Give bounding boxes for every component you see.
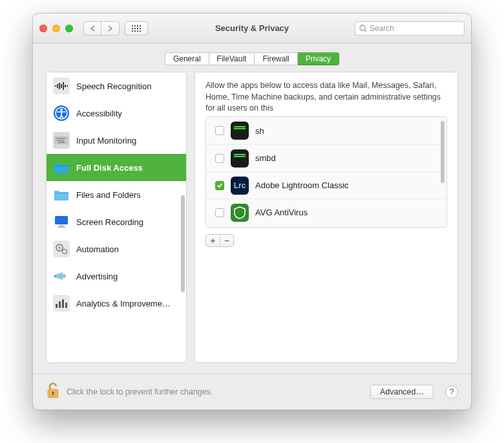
sidebar-item-automation[interactable]: Automation [47, 235, 186, 263]
svg-rect-17 [64, 138, 65, 139]
svg-rect-26 [59, 225, 63, 226]
keyboard-icon [53, 132, 70, 149]
svg-rect-13 [56, 138, 58, 139]
tabs: General FileVault Firewall Privacy [165, 52, 339, 65]
svg-rect-22 [58, 142, 65, 143]
app-name: AVG AntiVirus [255, 208, 308, 217]
svg-rect-21 [63, 140, 64, 141]
show-all-button[interactable] [125, 21, 148, 36]
app-row-avg[interactable]: AVG AntiVirus [206, 199, 446, 226]
sidebar-item-label: Accessibility [76, 109, 122, 118]
svg-rect-34 [59, 301, 61, 308]
app-row-sh[interactable]: sh [206, 117, 446, 144]
sidebar-item-input-monitoring[interactable]: Input Monitoring [47, 127, 186, 154]
accessibility-icon [53, 105, 70, 122]
svg-rect-18 [57, 140, 58, 141]
preferences-window: Security & Privacy Search General FileVa… [32, 13, 472, 410]
sidebar-scroll[interactable]: Speech Recognition Accessibility Input M… [47, 72, 186, 362]
app-name: smbd [255, 153, 276, 163]
svg-rect-19 [59, 140, 60, 141]
terminal-icon [231, 149, 249, 167]
lock-icon[interactable] [46, 382, 60, 401]
checkbox[interactable] [215, 181, 224, 190]
sidebar-item-label: Advertising [76, 272, 118, 281]
svg-line-1 [364, 30, 366, 32]
folder-light-icon [53, 186, 70, 203]
folder-icon [53, 159, 70, 176]
sidebar-item-label: Speech Recognition [76, 81, 151, 91]
svg-rect-33 [56, 304, 58, 308]
svg-point-30 [63, 250, 67, 254]
add-button[interactable]: + [206, 235, 220, 246]
body: Speech Recognition Accessibility Input M… [33, 72, 471, 373]
remove-button[interactable]: − [220, 235, 234, 246]
app-name: sh [255, 126, 264, 136]
app-row-smbd[interactable]: smbd [206, 144, 446, 171]
sidebar: Speech Recognition Accessibility Input M… [46, 72, 187, 363]
monitor-icon [53, 213, 70, 230]
sidebar-item-label: Input Monitoring [76, 136, 136, 146]
sidebar-item-screen-recording[interactable]: Screen Recording [47, 208, 186, 235]
sidebar-item-analytics[interactable]: Analytics & Improveme… [47, 290, 186, 317]
svg-rect-25 [55, 216, 68, 224]
svg-rect-15 [60, 138, 61, 139]
sidebar-item-label: Analytics & Improveme… [76, 299, 171, 308]
checkbox[interactable] [215, 154, 224, 163]
add-remove-row: + − [205, 234, 447, 247]
back-button[interactable] [83, 21, 101, 36]
svg-point-32 [62, 274, 66, 278]
tab-firewall[interactable]: Firewall [255, 52, 297, 65]
sidebar-item-full-disk-access[interactable]: Full Disk Access [47, 154, 186, 181]
sidebar-item-advertising[interactable]: Advertising [47, 263, 186, 290]
search-field[interactable]: Search [355, 21, 465, 36]
megaphone-icon [53, 268, 70, 285]
gears-icon [53, 241, 70, 257]
sidebar-item-files-and-folders[interactable]: Files and Folders [47, 181, 186, 208]
footer: Click the lock to prevent further change… [33, 373, 471, 409]
app-list[interactable]: sh smbd Lrc Adobe Lightroom Classic [205, 116, 447, 228]
tab-filevault[interactable]: FileVault [209, 52, 255, 65]
svg-rect-6 [63, 82, 64, 90]
svg-rect-40 [52, 393, 54, 395]
barchart-icon [53, 295, 70, 312]
minimize-button[interactable] [52, 25, 60, 32]
svg-rect-36 [65, 303, 67, 308]
lock-text: Click the lock to prevent further change… [67, 387, 213, 396]
zoom-button[interactable] [65, 25, 73, 32]
description-text: Allow the apps below to access data like… [205, 80, 447, 113]
sidebar-item-label: Files and Folders [76, 190, 141, 200]
tab-privacy[interactable]: Privacy [298, 52, 339, 65]
tab-row: General FileVault Firewall Privacy [33, 43, 471, 72]
svg-rect-35 [62, 299, 64, 308]
tab-general[interactable]: General [165, 52, 209, 65]
chevron-left-icon [90, 25, 95, 32]
sidebar-item-label: Screen Recording [76, 217, 143, 227]
search-icon [359, 25, 367, 32]
svg-rect-4 [59, 83, 60, 89]
svg-rect-31 [54, 275, 56, 277]
checkbox[interactable] [215, 208, 224, 217]
add-remove-buttons: + − [205, 234, 234, 247]
help-button[interactable]: ? [445, 385, 458, 398]
app-name: Adobe Lightroom Classic [255, 180, 349, 190]
svg-rect-3 [57, 84, 58, 88]
checkbox[interactable] [215, 126, 224, 135]
svg-rect-20 [61, 140, 62, 141]
sidebar-item-accessibility[interactable]: Accessibility [47, 100, 186, 127]
forward-button[interactable] [101, 21, 120, 36]
svg-rect-24 [54, 193, 68, 193]
close-button[interactable] [39, 25, 47, 32]
sidebar-item-speech-recognition[interactable]: Speech Recognition [47, 72, 186, 100]
checkmark-icon [216, 182, 223, 189]
app-row-lightroom[interactable]: Lrc Adobe Lightroom Classic [206, 171, 446, 199]
grid-icon [132, 25, 141, 32]
titlebar: Security & Privacy Search [33, 14, 471, 43]
svg-rect-2 [55, 85, 56, 87]
nav-buttons [83, 21, 120, 36]
speech-icon [53, 78, 70, 94]
svg-rect-16 [62, 138, 63, 139]
svg-point-11 [60, 109, 63, 111]
advanced-button[interactable]: Advanced… [370, 385, 434, 399]
terminal-icon [231, 122, 249, 140]
sidebar-item-label: Automation [76, 244, 119, 254]
